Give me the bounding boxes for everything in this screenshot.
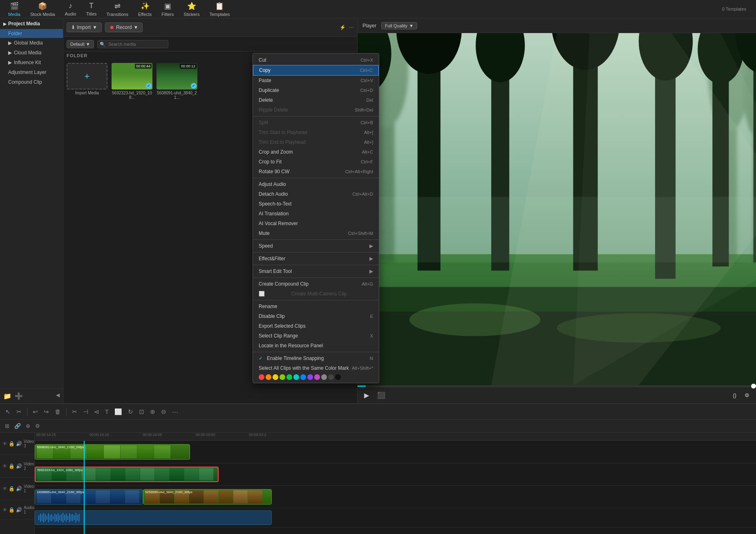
toolbar-item-templates[interactable]: 📋 Templates [204,0,235,18]
toolbar-item-audio[interactable]: ♪ Audio [60,0,81,18]
sidebar-influence-kit[interactable]: ▶ Influence Kit [0,58,63,67]
list-item[interactable]: 00:00:12 ✓ 5608091-uhd_3840_21... [157,63,197,100]
color-yellow[interactable] [273,374,278,380]
ctx-crop-zoom[interactable]: Crop and Zoom Alt+C [253,147,379,157]
tl-zoom-in[interactable]: ⊕ [148,407,157,417]
import-thumb[interactable]: + [67,63,107,89]
color-dark[interactable] [328,374,334,380]
toolbar-item-effects[interactable]: ✨ Effects [133,0,157,18]
ctx-duplicate[interactable]: Duplicate Ctrl+D [253,85,379,95]
ctx-rotate[interactable]: Rotate 90 CW Ctrl+Alt+Right [253,167,379,177]
tl-trim-tool[interactable]: ✂ [14,407,24,417]
sidebar-collapse-icon[interactable]: ◀ [56,392,60,400]
ctx-enable-snapping[interactable]: ✓ Enable Timeline Snapping N [253,353,379,363]
ctx-crop-fit[interactable]: Crop to Fit Ctrl+F [253,157,379,167]
more-icon[interactable]: ⋯ [349,25,354,30]
ctx-export-selected[interactable]: Export Selected Clips [253,321,379,331]
ctx-create-compound[interactable]: Create Compound Clip Alt+G [253,279,379,289]
tl-prev-frame[interactable]: ⊲ [92,407,101,417]
filter-icon[interactable]: ⚡ [340,25,346,30]
track-eye-icon-v1[interactable]: 👁 [2,486,7,492]
list-item[interactable]: 5253090-uhd_3840_2160_30fps [143,489,272,505]
ctx-paste[interactable]: Paste Ctrl+V [253,76,379,85]
tl-undo[interactable]: ↩ [31,407,40,417]
sidebar-global-media[interactable]: ▶ Global Media [0,38,63,48]
ctx-ai-vocal[interactable]: AI Vocal Remover [253,219,379,228]
track-lock-icon-v1[interactable]: 🔒 [9,486,15,492]
sidebar-folder-icon[interactable]: 📁 [3,392,11,400]
play-button[interactable]: ▶ [362,391,371,400]
ctx-mute[interactable]: Mute Ctrl+Shift+M [253,228,379,238]
ctx-speech-to-text[interactable]: Speech-to-Text [253,199,379,209]
track-lock-icon-v2[interactable]: 🔒 [9,463,15,469]
tl-zoom-out[interactable]: ⊖ [159,407,168,417]
track-lock-icon-v3[interactable]: 🔒 [9,441,15,447]
search-input[interactable] [97,40,168,48]
ctx-delete[interactable]: Delete Del [253,95,379,105]
track-audio-icon-v2[interactable]: 🔊 [16,463,22,469]
tl-next-frame[interactable]: T [103,407,111,416]
color-gray[interactable] [321,374,327,380]
list-item[interactable]: 5692323-hd_1920_1080_30fps [35,467,219,482]
list-item[interactable]: 5608091-uhd_3840_2160_24fps [35,444,190,460]
player-progress-handle[interactable] [751,384,756,389]
sidebar-cloud-media[interactable]: ▶ Cloud Media [0,48,63,58]
track-eye-icon-a1[interactable]: 👁 [2,507,7,513]
color-pink[interactable] [314,374,320,380]
player-progress-bar[interactable] [358,385,756,387]
list-item[interactable]: 00:00:44 ✓ 5692323-hd_1920_108... [112,63,152,100]
tl-delete[interactable]: 🗑 [53,407,63,416]
default-button[interactable]: Default ▼ [67,40,94,48]
track-audio-icon-v1[interactable]: 🔊 [16,486,22,492]
list-item[interactable]: 1409899-uhd_3840_2160_30fps [35,489,143,505]
list-item[interactable] [35,510,272,525]
toolbar-item-media[interactable]: 🎬 Media [3,0,25,18]
track-lock-icon-a1[interactable]: 🔒 [9,507,15,513]
toolbar-item-filters[interactable]: ▣ Filters [157,0,179,18]
sidebar-folder[interactable]: Folder [0,29,63,38]
ctx-detach-audio[interactable]: Detach Audio Ctrl+Alt+D [253,189,379,199]
color-teal[interactable] [293,374,299,380]
player-settings-button[interactable]: ⚙ [743,391,751,399]
sidebar-adjustment-layer[interactable]: Adjustment Layer [0,67,63,77]
tl-redo[interactable]: ↪ [42,407,51,417]
tl-mirror[interactable]: ⊡ [137,407,146,417]
color-purple[interactable] [307,374,313,380]
tl2-settings[interactable]: ⚙ [34,422,42,430]
track-eye-icon-v2[interactable]: 👁 [2,463,7,469]
import-media-item[interactable]: + Import Media [67,63,107,100]
toolbar-item-stickers[interactable]: ⭐ Stickers [179,0,204,18]
ctx-locate-resource[interactable]: Locate in the Resource Panel [253,341,379,351]
toolbar-item-transitions[interactable]: ⇌ Transitions [102,0,133,18]
tl-box[interactable]: ⬜ [112,407,124,417]
fullscreen-button[interactable]: {} [731,391,738,399]
color-black[interactable] [335,374,341,380]
stop-button[interactable]: ⬛ [376,391,387,400]
tl-split[interactable]: ⊣ [81,407,90,417]
tl2-lock[interactable]: 🔗 [13,422,22,430]
ctx-ai-translation[interactable]: AI Translation [253,209,379,219]
ctx-copy[interactable]: Copy Ctrl+C [253,65,379,76]
track-eye-icon-v3[interactable]: 👁 [2,441,7,447]
ctx-select-same-color[interactable]: Select All Clips with the Same Color Mar… [253,363,379,373]
ctx-select-range[interactable]: Select Clip Range X [253,331,379,341]
tl-select-tool[interactable]: ↖ [3,407,13,417]
tl-more[interactable]: ⋯ [170,407,180,417]
ctx-disable-clip[interactable]: Disable Clip E [253,311,379,321]
sidebar-project-media[interactable]: ▶ Project Media [0,18,63,29]
tl-rotate[interactable]: ↻ [126,407,135,417]
track-audio-icon-a1[interactable]: 🔊 [16,507,22,513]
ctx-adjust-audio[interactable]: Adjust Audio [253,179,379,189]
ctx-speed[interactable]: Speed ▶ [253,241,379,251]
color-lime[interactable] [280,374,285,380]
tl-cut[interactable]: ✂ [70,407,79,417]
sidebar-add-icon[interactable]: ➕ [15,392,23,400]
color-green[interactable] [286,374,292,380]
import-button[interactable]: ⬇ Import ▼ [67,22,102,32]
timeline-playhead[interactable] [84,441,85,534]
color-red[interactable] [259,374,264,380]
ctx-rename[interactable]: Rename [253,302,379,311]
tl2-add-track[interactable]: ⊞ [3,422,11,430]
color-orange[interactable] [266,374,271,380]
tl2-group[interactable]: ⊛ [24,422,32,430]
